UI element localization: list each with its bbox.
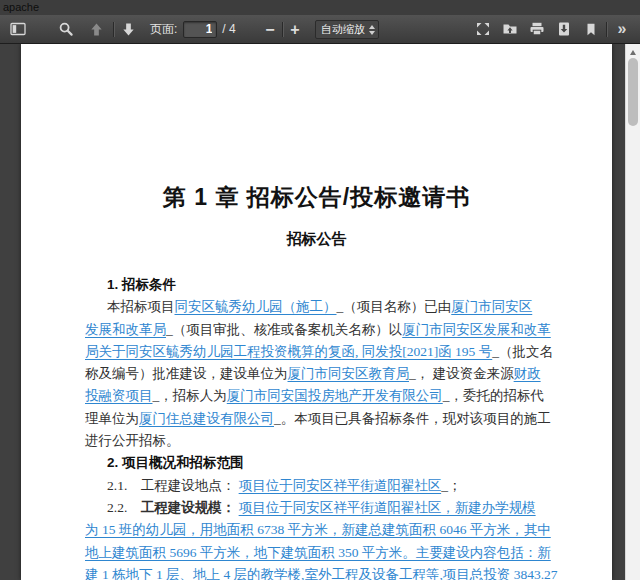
doc-text: 理单位为 — [85, 411, 139, 426]
toolbar-right-group: » — [471, 18, 634, 40]
pdf-page: 第 1 章 招标公告/投标邀请书 招标公告 1. 招标条件本招标项目同安区毓秀幼… — [21, 44, 612, 580]
doc-link-text[interactable]: 为 15 班的幼儿园，用地面积 6738 平方米，新建总建筑面积 6046 平方… — [85, 522, 551, 537]
download-icon — [556, 21, 572, 37]
text-line: 1. 招标条件 — [85, 274, 563, 296]
zoom-mode-select[interactable]: 自动缩放 — [315, 20, 379, 39]
search-button[interactable] — [54, 18, 78, 40]
text-line: 2. 项目概况和招标范围 — [85, 452, 563, 474]
zoom-in-label: + — [290, 22, 299, 38]
vertical-scrollbar[interactable] — [625, 44, 640, 580]
zoom-out-button[interactable]: − — [258, 19, 282, 41]
print-button[interactable] — [525, 18, 549, 40]
doc-link-text[interactable]: 发展和改革局 — [85, 322, 166, 337]
document-subtitle: 招标公告 — [21, 230, 612, 249]
doc-link-text[interactable]: 厦门市同安区教育局 — [288, 366, 410, 381]
doc-text: _， 建设资金来源 — [409, 366, 514, 381]
toolbar-separator — [606, 22, 607, 37]
doc-text: _。本项目已具备招标条件，现对该项目的施工 — [274, 411, 551, 426]
window-titlebar: apache — [0, 0, 640, 15]
doc-link-text[interactable]: 厦门住总建设有限公司 — [139, 411, 274, 426]
document-body: 1. 招标条件本招标项目同安区毓秀幼儿园（施工）_（项目名称）已由厦门市同安区发… — [85, 274, 563, 580]
doc-text: _（项目名称）已由 — [337, 299, 452, 314]
text-line: 为 15 班的幼儿园，用地面积 6738 平方米，新建总建筑面积 6046 平方… — [85, 519, 563, 541]
doc-text: _（项目审批、核准或备案机关名称）以 — [166, 322, 402, 337]
arrow-up-icon — [89, 22, 104, 37]
previous-page-button[interactable] — [84, 18, 108, 40]
pdf-toolbar: 页面: / 4 − + 自动缩放 — [0, 15, 640, 44]
doc-text: 进行公开招标。 — [85, 433, 180, 448]
scrollbar-thumb[interactable] — [628, 58, 638, 126]
doc-text: 2.1. 工程建设地点： — [107, 478, 239, 493]
text-line: 投融资项目_，招标人为厦门市同安国投房地产开发有限公司_，委托的招标代 — [85, 385, 563, 407]
doc-link-text[interactable]: 建 1 栋地下 1 层、地上 4 层的教学楼,室外工程及设备工程等,项目总投资 … — [85, 567, 558, 580]
text-line: 理单位为厦门住总建设有限公司_。本项目已具备招标条件，现对该项目的施工 — [85, 408, 563, 430]
doc-link-text[interactable]: 项目位于同安区祥平街道阳翟社区，新建办学规模 — [239, 500, 536, 515]
presentation-mode-button[interactable] — [471, 18, 495, 40]
doc-link-text[interactable]: 地上建筑面积 5696 平方米，地下建筑面积 350 平方米。主要建设内容包括：… — [85, 545, 551, 560]
doc-text: _，委托的招标代 — [443, 388, 544, 403]
text-line: 2.2. 工程建设规模： 项目位于同安区祥平街道阳翟社区，新建办学规模 — [85, 497, 563, 519]
text-line: 局关于同安区毓秀幼儿园工程投资概算的复函, 同发投[2021]函 195 号_（… — [85, 341, 563, 363]
next-page-button[interactable] — [116, 18, 140, 40]
text-line: 本招标项目同安区毓秀幼儿园（施工）_（项目名称）已由厦门市同安区 — [85, 296, 563, 318]
more-tools-label: » — [618, 20, 627, 38]
download-button[interactable] — [552, 18, 576, 40]
fullscreen-icon — [475, 21, 491, 37]
more-tools-button[interactable]: » — [610, 18, 634, 40]
bookmark-button[interactable] — [579, 18, 603, 40]
doc-text: 工程建设规模： — [141, 500, 236, 515]
sidebar-toggle-button[interactable] — [6, 18, 30, 40]
doc-link-text[interactable]: 厦门市同安国投房地产开发有限公司 — [227, 388, 443, 403]
toolbar-separator — [113, 22, 114, 37]
doc-text: 称及编号）批准建设，建设单位为 — [85, 366, 288, 381]
doc-text: 1. 招标条件 — [107, 277, 176, 292]
window-title: apache — [3, 1, 39, 13]
scrollbar-up-arrow-icon[interactable] — [626, 48, 640, 56]
doc-text: _，招标人为 — [153, 388, 227, 403]
zoom-controls: − + 自动缩放 — [258, 15, 379, 44]
zoom-in-button[interactable]: + — [283, 19, 307, 41]
sidebar-icon — [10, 21, 26, 37]
doc-link-text[interactable]: 投融资项目 — [85, 388, 153, 403]
text-line: 建 1 栋地下 1 层、地上 4 层的教学楼,室外工程及设备工程等,项目总投资 … — [85, 564, 563, 580]
arrow-down-icon — [121, 22, 136, 37]
zoom-mode-value: 自动缩放 — [321, 22, 365, 37]
search-icon — [58, 21, 74, 37]
page-number-input[interactable] — [183, 21, 217, 38]
printer-icon — [529, 21, 545, 37]
doc-link-text[interactable]: 项目位于同安区祥平街道阳翟社区 — [239, 478, 442, 493]
doc-link-text[interactable]: 厦门市同安区发展和改革 — [402, 322, 551, 337]
page-label: 页面: — [150, 21, 177, 38]
doc-text: 2. 项目概况和招标范围 — [107, 455, 244, 470]
doc-text: _； — [441, 478, 461, 493]
open-file-button[interactable] — [498, 18, 522, 40]
dropdown-arrows-icon — [369, 21, 375, 38]
doc-link-text[interactable]: 财政 — [514, 366, 541, 381]
open-file-icon — [502, 21, 518, 37]
doc-link-text[interactable]: 局关于同安区毓秀幼儿园工程投资概算的复函, 同发投[2021]函 195 号 — [85, 344, 492, 359]
bookmark-icon — [584, 22, 598, 37]
zoom-out-label: − — [265, 22, 274, 38]
doc-text: 本招标项目 — [107, 299, 175, 314]
pdf-viewer-area: 第 1 章 招标公告/投标邀请书 招标公告 1. 招标条件本招标项目同安区毓秀幼… — [0, 44, 640, 580]
page-total: / 4 — [222, 22, 235, 36]
text-line: 2.1. 工程建设地点： 项目位于同安区祥平街道阳翟社区_； — [85, 475, 563, 497]
doc-text: 2.2. — [107, 500, 141, 515]
doc-text: _（批文名 — [492, 344, 553, 359]
text-line: 地上建筑面积 5696 平方米，地下建筑面积 350 平方米。主要建设内容包括：… — [85, 542, 563, 564]
doc-link-text[interactable]: 同安区毓秀幼儿园（施工） — [175, 299, 337, 314]
text-line: 进行公开招标。 — [85, 430, 563, 452]
text-line: 称及编号）批准建设，建设单位为厦门市同安区教育局_， 建设资金来源财政 — [85, 363, 563, 385]
text-line: 发展和改革局_（项目审批、核准或备案机关名称）以厦门市同安区发展和改革 — [85, 319, 563, 341]
document-title: 第 1 章 招标公告/投标邀请书 — [21, 182, 612, 213]
doc-link-text[interactable]: 厦门市同安区 — [451, 299, 532, 314]
